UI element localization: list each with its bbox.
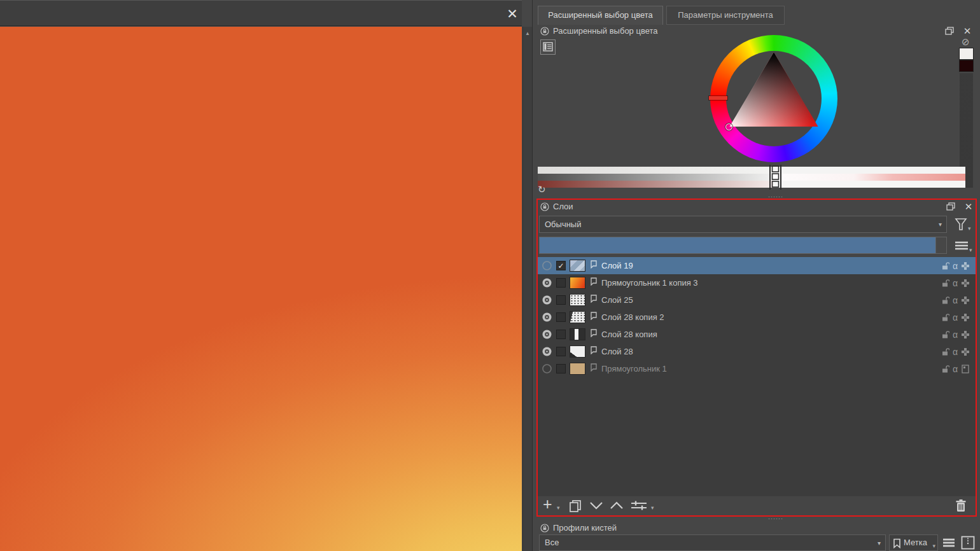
layer-thumbnail[interactable] (570, 311, 585, 323)
lock-icon[interactable] (941, 313, 949, 322)
lock-icon[interactable] (941, 330, 949, 339)
shade-gradient[interactable] (538, 174, 773, 181)
brush-filter-dropdown[interactable]: Все ▾ (539, 534, 886, 551)
layer-thumbnail[interactable] (570, 260, 585, 272)
shade-gradient[interactable] (773, 167, 965, 174)
close-docker-icon[interactable]: ✕ (963, 202, 974, 212)
lock-icon[interactable] (941, 262, 949, 270)
layer-checkbox[interactable]: ✓ (556, 295, 566, 305)
chevron-down-icon[interactable]: ▾ (651, 505, 654, 511)
lock-icon[interactable] (941, 347, 949, 356)
layer-checkbox[interactable]: ✓ (556, 278, 566, 288)
layer-filter-button[interactable]: ▾ (951, 216, 976, 233)
visibility-eye-icon[interactable] (542, 346, 552, 357)
move-layer-down-button[interactable] (589, 501, 603, 510)
brush-list-view-button[interactable] (941, 535, 958, 551)
color-cursor[interactable] (725, 123, 732, 130)
inherit-alpha-icon[interactable] (961, 296, 970, 305)
shade-selector-handle[interactable] (769, 165, 782, 190)
opacity-slider[interactable]: Непрозрачность: 100% ▲ ▼ (539, 237, 947, 254)
inherit-alpha-icon[interactable] (961, 262, 970, 270)
canvas-viewport[interactable] (0, 27, 522, 551)
layer-row[interactable]: ✓ Прямоугольник 1 копия 3 α (538, 274, 976, 291)
inherit-alpha-icon[interactable] (961, 279, 970, 288)
alpha-lock-icon[interactable]: α (953, 279, 958, 288)
shade-gradient[interactable] (773, 181, 965, 188)
inherit-alpha-icon[interactable] (961, 347, 970, 356)
lock-icon[interactable] (941, 296, 949, 305)
layer-row[interactable]: ✓ Слой 25 α (538, 291, 976, 309)
color-selector-settings-button[interactable] (540, 39, 556, 55)
layer-row[interactable]: ✓ Слой 28 α (538, 343, 976, 360)
layer-properties-button[interactable] (631, 499, 647, 512)
layers-menu-button[interactable]: ▾ (951, 237, 976, 254)
docker-lock-icon[interactable] (540, 524, 549, 533)
refresh-icon[interactable]: ↻ (538, 184, 546, 195)
layer-thumbnail[interactable] (570, 294, 585, 306)
layer-checkbox[interactable]: ✓ (556, 312, 566, 322)
docker-lock-icon[interactable] (540, 27, 549, 36)
shade-selector[interactable] (538, 167, 965, 188)
shade-gradient[interactable] (538, 181, 773, 188)
docker-lock-icon[interactable] (540, 202, 549, 211)
tab-tool-options[interactable]: Параметры инструмента (666, 6, 785, 25)
tab-advanced-color-selector[interactable]: Расширенный выбор цвета (538, 6, 663, 25)
alpha-lock-icon[interactable]: α (953, 330, 958, 339)
visibility-eye-icon[interactable] (542, 363, 552, 374)
visibility-eye-icon[interactable] (542, 260, 552, 271)
layer-row[interactable]: ✓ Слой 19 α (538, 257, 976, 274)
opacity-spinner[interactable]: ▲ ▼ (935, 237, 946, 253)
layer-thumbnail[interactable] (570, 363, 585, 375)
float-docker-icon[interactable] (945, 27, 956, 37)
add-layer-button[interactable]: + (543, 497, 552, 511)
layer-name[interactable]: Прямоугольник 1 копия 3 (601, 278, 698, 288)
lock-icon[interactable] (941, 279, 949, 288)
float-docker-icon[interactable] (946, 202, 958, 213)
layer-name[interactable]: Слой 25 (601, 295, 633, 305)
hue-marker[interactable] (709, 96, 727, 100)
delete-layer-button[interactable] (955, 499, 967, 512)
layer-name[interactable]: Слой 28 (601, 347, 633, 356)
visibility-eye-icon[interactable] (542, 312, 552, 323)
shade-gradient[interactable] (773, 174, 965, 181)
layer-thumbnail[interactable] (570, 345, 585, 358)
layer-checkbox[interactable]: ✓ (556, 347, 566, 356)
hue-ring[interactable] (710, 35, 837, 162)
duplicate-layer-button[interactable] (569, 499, 582, 512)
splitter-handle[interactable]: ······ (768, 517, 783, 520)
canvas-titlebar[interactable]: ✕ (0, 0, 522, 26)
blend-mode-dropdown[interactable]: Обычный ▾ (539, 216, 947, 233)
alpha-lock-icon[interactable]: α (953, 313, 958, 322)
close-icon[interactable]: ✕ (504, 6, 521, 22)
move-layer-up-button[interactable] (610, 501, 624, 510)
scroll-up-icon[interactable]: ▲ (523, 27, 532, 36)
background-color-swatch[interactable] (959, 60, 974, 72)
brush-preset-detail-button[interactable] (960, 534, 976, 551)
layer-thumbnail[interactable] (570, 328, 585, 340)
layer-row[interactable]: ✓ Прямоугольник 1 α (538, 360, 976, 377)
layer-name[interactable]: Слой 28 копия 2 (601, 312, 664, 322)
visibility-eye-icon[interactable] (542, 329, 552, 340)
close-docker-icon[interactable]: ✕ (962, 26, 973, 36)
layer-row[interactable]: ✓ Слой 28 копия 2 α (538, 309, 976, 326)
layer-checkbox[interactable]: ✓ (556, 330, 566, 339)
vertical-scrollbar[interactable]: ▲ (522, 27, 532, 551)
tag-button[interactable]: Метка ▾ (889, 534, 938, 551)
alpha-lock-icon[interactable]: α (953, 262, 958, 270)
alpha-lock-icon[interactable]: α (953, 347, 958, 356)
alpha-lock-icon[interactable]: α (953, 365, 958, 373)
inherit-alpha-icon[interactable] (961, 313, 970, 322)
foreground-color-swatch[interactable] (959, 48, 974, 60)
chevron-down-icon[interactable]: ▾ (557, 505, 560, 511)
alpha-lock-icon[interactable]: α (953, 296, 958, 305)
inherit-alpha-icon[interactable] (961, 365, 970, 373)
visibility-eye-icon[interactable] (542, 277, 552, 288)
layer-thumbnail[interactable] (570, 277, 585, 289)
layer-row[interactable]: ✓ Слой 28 копия α (538, 326, 976, 343)
inherit-alpha-icon[interactable] (961, 330, 970, 339)
layer-name[interactable]: Слой 19 (601, 261, 633, 270)
layer-name[interactable]: Прямоугольник 1 (601, 364, 667, 373)
visibility-eye-icon[interactable] (542, 295, 552, 305)
layer-checkbox[interactable]: ✓ (556, 364, 566, 373)
shade-gradient[interactable] (538, 167, 773, 174)
